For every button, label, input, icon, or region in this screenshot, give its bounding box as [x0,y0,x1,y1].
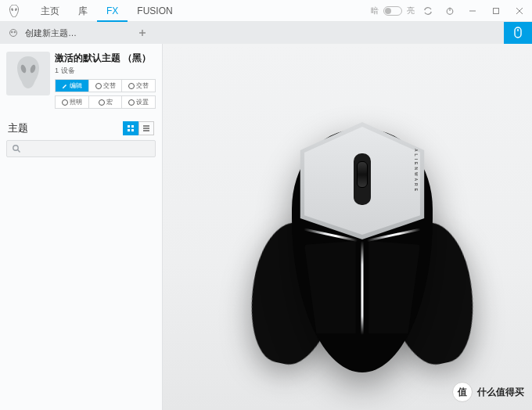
theme-lighting-button[interactable]: 照明 [56,96,89,108]
search-icon [12,144,21,153]
brightness-light-label: 亮 [407,5,415,16]
svg-rect-5 [494,8,499,13]
device-mouse-illustration: ALIENWARE [264,122,460,388]
title-bar: 主页 库 FX FUSION 暗 亮 [0,0,532,22]
svg-line-25 [18,150,20,153]
theme-preview-icon [6,52,50,95]
svg-rect-19 [128,129,130,131]
theme-macro-button[interactable]: 宏 [89,96,123,108]
svg-point-1 [15,8,17,11]
window-close-icon[interactable] [510,2,529,20]
tab-library[interactable]: 库 [69,0,97,22]
seam-light [361,241,364,335]
theme-settings-button[interactable]: 设置 [122,96,155,108]
svg-point-9 [11,31,13,33]
sidebar: 激活的默认主题 （黑） 1 设备 编辑 交替 交替 [0,44,163,410]
create-theme-label: 创建新主题… [25,27,77,39]
svg-point-0 [11,8,13,11]
power-icon[interactable] [441,2,458,20]
svg-rect-17 [128,125,130,128]
theme-alt2-button[interactable]: 交替 [122,80,155,92]
bulb-icon [95,83,102,89]
svg-rect-18 [131,125,134,128]
tab-fusion[interactable]: FUSION [128,0,182,22]
view-list-button[interactable] [138,121,154,135]
titlebar-right-group: 暗 亮 [371,2,529,20]
svg-point-10 [14,31,16,33]
sub-bar: 创建新主题… [0,22,532,44]
theme-search-input[interactable] [6,140,156,157]
brightness-toggle[interactable] [383,6,402,16]
svg-point-8 [10,30,17,37]
add-theme-button[interactable] [131,22,153,44]
main-tabs: 主页 库 FX FUSION [31,0,182,22]
gear-icon [128,99,135,106]
device-canvas: ALIENWARE [163,44,532,410]
mouse-right-button [365,241,420,333]
mouse-left-button [304,241,359,333]
watermark-text: 什么值得买 [477,386,524,399]
watermark-badge-icon: 值 [452,382,473,402]
theme-action-row-1: 编辑 交替 交替 [55,79,156,92]
svg-rect-20 [131,129,134,131]
create-theme-tab[interactable]: 创建新主题… [0,22,84,44]
tab-fx[interactable]: FX [97,0,128,22]
window-maximize-icon[interactable] [487,2,505,20]
theme-section-header: 主题 [0,117,162,140]
theme-icon [8,27,19,38]
svg-point-24 [13,146,18,150]
theme-edit-button[interactable]: 编辑 [56,80,89,92]
theme-action-row-2: 照明 宏 设置 [55,95,156,109]
bulb-icon [128,83,135,89]
theme-alt1-button[interactable]: 交替 [89,80,123,92]
watermark: 值 什么值得买 [452,382,524,402]
view-grid-button[interactable] [123,121,138,135]
sync-icon[interactable] [419,2,437,20]
macro-icon [99,99,105,106]
scroll-wheel [357,161,368,188]
theme-device-count: 1 设备 [55,66,156,76]
brightness-dark-label: 暗 [371,5,379,16]
theme-section-title: 主题 [8,121,28,135]
svg-rect-13 [515,27,521,38]
lighting-icon [62,99,68,106]
tab-home[interactable]: 主页 [31,0,69,22]
app-logo-icon [8,5,20,17]
window-minimize-icon[interactable] [463,2,482,20]
device-brand-label: ALIENWARE [414,149,419,193]
active-theme-card: 激活的默认主题 （黑） 1 设备 编辑 交替 交替 [0,44,162,117]
device-indicator-button[interactable] [504,22,532,44]
theme-title: 激活的默认主题 （黑） [55,52,156,65]
